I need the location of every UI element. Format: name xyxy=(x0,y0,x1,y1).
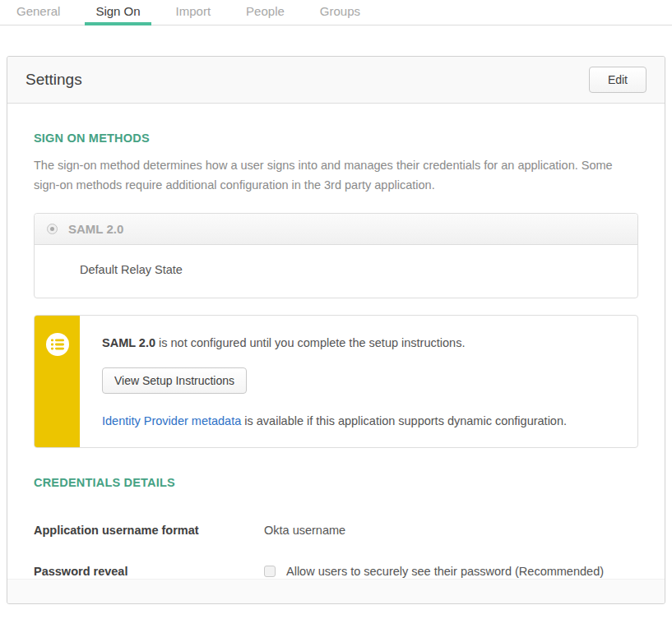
callout-link-line: Identity Provider metadata is available … xyxy=(102,414,621,427)
view-setup-instructions-button[interactable]: View Setup Instructions xyxy=(102,367,247,394)
saml-method-name: SAML 2.0 xyxy=(68,222,123,236)
password-reveal-checkbox[interactable] xyxy=(264,566,276,577)
default-relay-state-label: Default Relay State xyxy=(80,263,183,276)
saml-method-box: SAML 2.0 Default Relay State xyxy=(34,213,638,298)
callout-content: SAML 2.0 is not configured until you com… xyxy=(80,316,637,447)
saml-method-header: SAML 2.0 xyxy=(35,214,637,245)
list-icon xyxy=(46,333,69,356)
sign-on-methods-description: The sign-on method determines how a user… xyxy=(34,155,638,195)
settings-panel-footer xyxy=(7,579,665,603)
username-format-label: Application username format xyxy=(34,524,264,537)
settings-panel-header: Settings Edit xyxy=(7,57,665,104)
setup-callout: SAML 2.0 is not configured until you com… xyxy=(34,315,638,448)
edit-button[interactable]: Edit xyxy=(589,67,647,93)
page-title: Settings xyxy=(25,71,589,89)
callout-yellow-stripe xyxy=(35,316,80,447)
tab-sign-on[interactable]: Sign On xyxy=(85,0,151,25)
password-reveal-label: Password reveal xyxy=(34,565,264,578)
callout-message: SAML 2.0 is not configured until you com… xyxy=(102,336,621,349)
tab-people[interactable]: People xyxy=(235,0,295,25)
callout-message-rest: is not configured until you complete the… xyxy=(155,336,465,349)
sign-on-methods-heading: SIGN ON METHODS xyxy=(34,132,638,145)
username-format-value: Okta username xyxy=(264,524,345,537)
saml-method-radio[interactable] xyxy=(47,224,58,234)
saml-method-body: Default Relay State xyxy=(35,245,637,298)
tab-general[interactable]: General xyxy=(6,0,71,25)
callout-link-rest: is available if this application support… xyxy=(241,414,567,427)
password-reveal-row: Password reveal Allow users to securely … xyxy=(34,565,638,578)
password-reveal-value: Allow users to securely see their passwo… xyxy=(264,565,604,578)
credentials-details-heading: CREDENTIALS DETAILS xyxy=(34,476,638,489)
settings-panel-body: SIGN ON METHODS The sign-on method deter… xyxy=(7,104,665,579)
app-tab-bar: General Sign On Import People Groups xyxy=(0,0,672,25)
password-reveal-checkbox-label: Allow users to securely see their passwo… xyxy=(286,565,604,578)
username-format-row: Application username format Okta usernam… xyxy=(34,524,638,537)
identity-provider-metadata-link[interactable]: Identity Provider metadata xyxy=(102,414,241,427)
settings-panel: Settings Edit SIGN ON METHODS The sign-o… xyxy=(7,56,665,604)
tab-groups[interactable]: Groups xyxy=(309,0,371,25)
tab-import[interactable]: Import xyxy=(165,0,222,25)
callout-message-app: SAML 2.0 xyxy=(102,336,155,349)
